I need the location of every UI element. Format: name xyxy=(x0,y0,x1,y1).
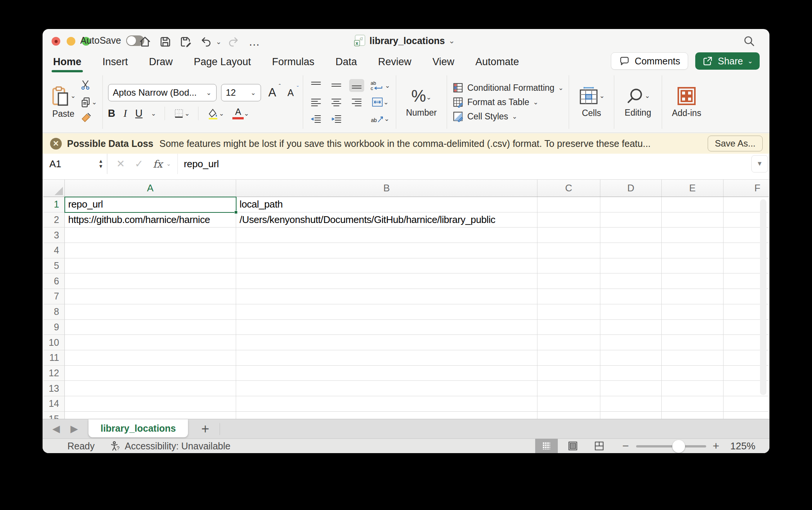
cell-A9[interactable] xyxy=(65,320,236,335)
row-header-6[interactable]: 6 xyxy=(43,273,65,289)
sheet-prev-icon[interactable]: ◀ xyxy=(52,423,60,435)
text-orientation-button[interactable]: ab ⌄ xyxy=(369,112,391,125)
cell-D9[interactable] xyxy=(600,320,662,335)
column-header-A[interactable]: A xyxy=(65,180,236,197)
cell-B14[interactable] xyxy=(236,396,537,412)
normal-view-button[interactable] xyxy=(535,439,558,453)
number-format-percent-icon[interactable]: % xyxy=(411,87,426,105)
cell-C1[interactable] xyxy=(537,197,600,212)
cell-A15[interactable] xyxy=(65,412,236,419)
conditional-formatting-button[interactable]: Conditional Formatting ⌄ xyxy=(452,82,564,93)
row-header-7[interactable]: 7 xyxy=(43,289,65,304)
zoom-in-button[interactable]: + xyxy=(708,439,723,453)
cells-button[interactable]: ⌄ Cells xyxy=(569,72,614,133)
font-color-chevron[interactable]: ⌄ xyxy=(244,110,249,118)
cell-D12[interactable] xyxy=(600,366,662,381)
row-header-10[interactable]: 10 xyxy=(43,335,65,350)
fill-color-chevron[interactable]: ⌄ xyxy=(219,110,224,118)
align-left-button[interactable] xyxy=(308,96,324,108)
column-header-E[interactable]: E xyxy=(662,180,723,197)
cell-C2[interactable] xyxy=(537,212,600,228)
cell-C9[interactable] xyxy=(537,320,600,335)
cell-C3[interactable] xyxy=(537,228,600,243)
cell-C10[interactable] xyxy=(537,335,600,350)
cell-D4[interactable] xyxy=(600,243,662,258)
cell-E7[interactable] xyxy=(662,289,723,304)
row-header-8[interactable]: 8 xyxy=(43,304,65,320)
cell-D5[interactable] xyxy=(600,258,662,274)
cell-E9[interactable] xyxy=(662,320,723,335)
cell-E11[interactable] xyxy=(662,350,723,366)
copy-icon[interactable]: ⌄ xyxy=(80,96,97,108)
cell-B11[interactable] xyxy=(236,350,537,366)
page-break-preview-button[interactable] xyxy=(588,439,611,453)
cut-icon[interactable] xyxy=(80,79,92,92)
row-header-13[interactable]: 13 xyxy=(43,381,65,396)
search-icon[interactable] xyxy=(742,34,756,49)
decrease-indent-button[interactable] xyxy=(308,112,324,125)
more-toolbar-icon[interactable]: … xyxy=(249,35,261,48)
column-header-D[interactable]: D xyxy=(600,180,662,197)
active-cell-selection[interactable] xyxy=(64,197,237,213)
cell-E1[interactable] xyxy=(662,197,723,212)
cell-D2[interactable] xyxy=(600,212,662,228)
sheet-tab-active[interactable]: library_locations xyxy=(89,419,188,437)
tab-page-layout[interactable]: Page Layout xyxy=(192,54,253,70)
italic-button[interactable]: I xyxy=(124,108,127,119)
cell-D1[interactable] xyxy=(600,197,662,212)
tab-automate[interactable]: Automate xyxy=(474,54,520,70)
tab-insert[interactable]: Insert xyxy=(101,54,130,70)
font-size-select[interactable]: 12⌄ xyxy=(221,84,261,101)
number-format-chevron[interactable]: ⌄ xyxy=(426,93,431,101)
grow-font-button[interactable]: Aˆ xyxy=(266,86,279,99)
cell-D6[interactable] xyxy=(600,273,662,289)
cell-B9[interactable] xyxy=(236,320,537,335)
cell-B10[interactable] xyxy=(236,335,537,350)
cell-B3[interactable] xyxy=(236,228,537,243)
cell-C7[interactable] xyxy=(537,289,600,304)
cell-E4[interactable] xyxy=(662,243,723,258)
share-button[interactable]: Share ⌄ xyxy=(695,52,760,70)
cell-C13[interactable] xyxy=(537,381,600,396)
minimize-button[interactable] xyxy=(67,37,75,46)
cell-B7[interactable] xyxy=(236,289,537,304)
borders-chevron[interactable]: ⌄ xyxy=(185,110,190,118)
cancel-entry-icon[interactable]: ✕ xyxy=(116,158,125,170)
cell-A12[interactable] xyxy=(65,366,236,381)
undo-icon[interactable] xyxy=(198,34,214,50)
cell-A6[interactable] xyxy=(65,273,236,289)
align-right-button[interactable] xyxy=(349,96,364,108)
row-header-2[interactable]: 2 xyxy=(43,212,65,228)
column-header-F[interactable]: F xyxy=(723,180,769,197)
cell-C8[interactable] xyxy=(537,304,600,320)
save-icon[interactable] xyxy=(157,34,174,50)
cell-C12[interactable] xyxy=(537,366,600,381)
align-center-button[interactable] xyxy=(329,96,344,108)
cell-C5[interactable] xyxy=(537,258,600,274)
cells-chevron[interactable]: ⌄ xyxy=(599,92,604,100)
fill-color-button[interactable]: ⌄ xyxy=(207,107,224,119)
undo-dropdown-chevron[interactable]: ⌄ xyxy=(216,38,221,46)
cell-B1[interactable]: local_path xyxy=(236,197,537,212)
home-icon[interactable] xyxy=(137,34,153,50)
cell-B8[interactable] xyxy=(236,304,537,320)
tab-formulas[interactable]: Formulas xyxy=(270,54,316,70)
font-name-select[interactable]: Aptos Narrow (Bod...⌄ xyxy=(108,84,217,101)
fill-handle[interactable] xyxy=(234,211,238,214)
merge-center-button[interactable]: ⌄ xyxy=(369,96,391,108)
cell-A7[interactable] xyxy=(65,289,236,304)
format-painter-icon[interactable] xyxy=(80,112,92,125)
cell-A10[interactable] xyxy=(65,335,236,350)
cell-F14[interactable] xyxy=(723,396,769,412)
wrap-text-chevron[interactable]: ⌄ xyxy=(385,82,390,90)
column-header-C[interactable]: C xyxy=(537,180,600,197)
cell-E13[interactable] xyxy=(662,381,723,396)
zoom-slider-thumb[interactable] xyxy=(672,440,685,453)
accessibility-status[interactable]: ? Accessibility: Unavailable xyxy=(110,440,230,452)
cell-E15[interactable] xyxy=(662,412,723,419)
tab-data[interactable]: Data xyxy=(334,54,359,70)
cell-C4[interactable] xyxy=(537,243,600,258)
cell-C11[interactable] xyxy=(537,350,600,366)
cell-D15[interactable] xyxy=(600,412,662,419)
confirm-entry-icon[interactable]: ✓ xyxy=(135,158,143,170)
